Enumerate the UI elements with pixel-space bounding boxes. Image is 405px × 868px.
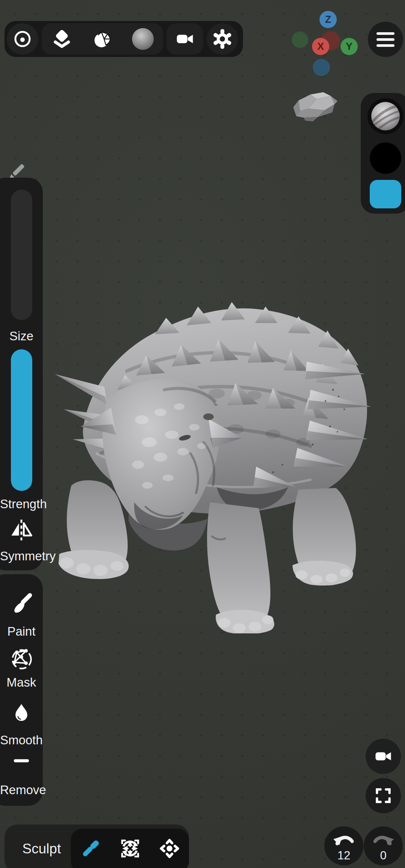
gizmo-axis-z[interactable]: Z (320, 11, 337, 28)
settings-button[interactable] (207, 23, 238, 55)
hamburger-menu-icon (376, 32, 394, 35)
transform-gizmo-icon (118, 837, 142, 860)
transform-gizmo-button[interactable] (110, 829, 150, 868)
fullscreen-icon (374, 786, 393, 805)
smooth-drop-icon (11, 702, 32, 723)
redo-count: 0 (364, 849, 403, 862)
gizmo-axis-green-dim[interactable] (292, 31, 308, 48)
matcap-material-swatch[interactable] (368, 98, 404, 134)
camera-icon (175, 29, 195, 49)
clay-brush-button[interactable] (71, 829, 110, 868)
material-palette-panel (361, 93, 405, 214)
scene-object-thumbnail[interactable] (289, 89, 344, 129)
snapshot-camera-button[interactable] (366, 739, 401, 774)
layers-button[interactable] (42, 23, 82, 55)
matcap-sphere-icon (370, 101, 400, 131)
strength-slider[interactable] (11, 349, 32, 491)
video-camera-icon (374, 747, 393, 766)
brush-settings-panel: Size Strength Symmetry (0, 178, 43, 570)
material-sphere-icon (131, 27, 154, 51)
smooth-tool-button[interactable] (10, 702, 32, 723)
paint-label: Paint (0, 624, 43, 639)
mask-tool-button[interactable] (8, 645, 34, 672)
strength-label: Strength (0, 497, 43, 511)
symmetry-label: Symmetry (0, 549, 43, 563)
gizmo-z-label: Z (325, 14, 332, 25)
undo-count: 12 (324, 849, 363, 862)
topology-button[interactable] (82, 23, 123, 55)
mask-lasso-icon (9, 646, 34, 671)
strength-slider-fill (11, 349, 32, 491)
undo-icon (333, 832, 355, 849)
mode-bar: Sculpt (4, 825, 189, 868)
symmetry-button[interactable] (8, 516, 35, 544)
gizmo-axis-x[interactable]: X (312, 38, 329, 55)
hamburger-menu-icon (376, 44, 394, 47)
camera-view-button[interactable] (166, 23, 203, 55)
gizmo-axis-blue-dim[interactable] (313, 59, 330, 76)
toolbar-group (42, 23, 163, 55)
stroke-circle-icon (13, 29, 32, 49)
redo-button[interactable]: 0 (364, 826, 403, 865)
symmetry-mirror-icon (9, 517, 34, 543)
nomad-sculpt-app: { "colors": { "accent_cyan": "#2ba7d3", … (0, 0, 405, 868)
lowpoly-rock-icon (289, 89, 344, 129)
redo-icon (372, 832, 394, 849)
material-button[interactable] (123, 23, 163, 55)
paint-tool-button[interactable] (9, 591, 34, 616)
move-pan-button[interactable] (150, 829, 189, 868)
gizmo-y-label: Y (346, 41, 352, 52)
topology-sphere-icon (92, 28, 113, 49)
gizmo-x-label: X (317, 41, 324, 52)
paint-brush-icon (10, 592, 33, 615)
mode-label[interactable]: Sculpt (15, 841, 68, 857)
cyan-color-swatch[interactable] (370, 180, 401, 208)
black-color-swatch[interactable] (370, 142, 401, 174)
remove-minus-icon (11, 750, 32, 771)
fullscreen-button[interactable] (366, 778, 401, 813)
top-toolbar (4, 21, 243, 57)
tool-shortcuts-panel: Paint Mask Smooth Remove (0, 574, 43, 806)
viewport-3d-model[interactable] (48, 277, 370, 633)
undo-button[interactable]: 12 (324, 826, 363, 865)
move-pan-icon (158, 837, 181, 860)
size-label: Size (0, 329, 43, 343)
hamburger-menu-button[interactable] (368, 22, 403, 57)
hamburger-menu-icon (376, 38, 394, 41)
clay-brush-icon (78, 836, 103, 861)
mask-label: Mask (0, 675, 43, 690)
remove-tool-button[interactable] (10, 750, 32, 771)
stroke-settings-button[interactable] (7, 23, 38, 55)
size-slider[interactable] (11, 190, 32, 320)
smooth-label: Smooth (0, 733, 43, 747)
mode-tools-group (71, 829, 189, 868)
remove-label: Remove (0, 783, 43, 797)
ankylosaurus-model (48, 277, 370, 633)
gizmo-axis-y[interactable]: Y (340, 38, 358, 55)
settings-gear-icon (212, 28, 233, 49)
layers-icon (51, 28, 72, 49)
